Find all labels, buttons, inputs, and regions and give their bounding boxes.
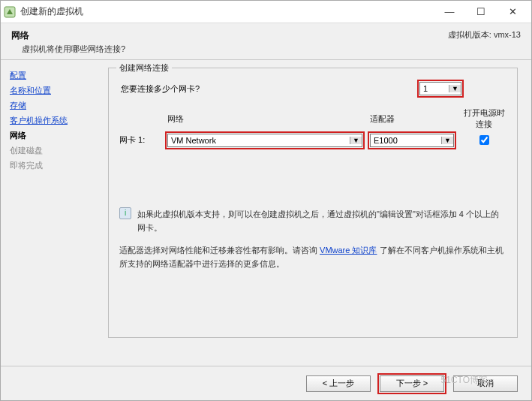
wizard-footer: < 上一步 下一步 > 取消 xyxy=(1,366,531,400)
close-button[interactable]: ✕ xyxy=(497,2,528,23)
page-subtitle: 虚拟机将使用哪些网络连接? xyxy=(11,44,448,55)
cancel-button[interactable]: 取消 xyxy=(453,375,518,392)
app-icon xyxy=(4,6,16,18)
nic-row-label: 网卡 1: xyxy=(119,134,160,146)
sidebar-item-network: 网络 xyxy=(10,128,95,143)
network-value: VM Network xyxy=(171,136,216,145)
info-text-1: 如果此虚拟机版本支持，则可以在创建虚拟机之后，通过虚拟机的"编辑设置"对话框添加… xyxy=(137,207,506,234)
next-button[interactable]: 下一步 > xyxy=(380,375,444,392)
adapter-select[interactable]: E1000 ▼ xyxy=(370,134,454,147)
dropdown-arrow-icon: ▼ xyxy=(350,137,362,144)
window-controls: — ☐ ✕ xyxy=(434,2,528,23)
kb-link[interactable]: VMware 知识库 xyxy=(320,246,377,255)
nic-count-value: 1 xyxy=(423,84,428,93)
sidebar-item-create-disk: 创建磁盘 xyxy=(10,143,95,158)
info-icon: i xyxy=(119,207,131,219)
sidebar-item-name-location[interactable]: 名称和位置 xyxy=(10,83,95,98)
network-fieldset: 创建网络连接 您要连接多少个网卡? 1 ▼ 网络 适配器 打开电源时连接 网卡 … xyxy=(108,68,518,338)
network-select[interactable]: VM Network ▼ xyxy=(167,134,362,147)
wizard-header: 网络 虚拟机将使用哪些网络连接? 虚拟机版本: vmx-13 xyxy=(1,23,531,59)
titlebar: 创建新的虚拟机 — ☐ ✕ xyxy=(1,1,531,23)
dropdown-arrow-icon: ▼ xyxy=(449,85,461,92)
col-network: 网络 xyxy=(167,113,362,128)
fieldset-legend: 创建网络连接 xyxy=(116,62,172,74)
wizard-window: 创建新的虚拟机 — ☐ ✕ 网络 虚拟机将使用哪些网络连接? 虚拟机版本: vm… xyxy=(0,0,532,401)
dropdown-arrow-icon: ▼ xyxy=(441,137,453,144)
maximize-button[interactable]: ☐ xyxy=(465,2,497,23)
wizard-main: 创建网络连接 您要连接多少个网卡? 1 ▼ 网络 适配器 打开电源时连接 网卡 … xyxy=(104,60,531,366)
connect-on-poweron[interactable] xyxy=(461,133,506,147)
sidebar-item-storage[interactable]: 存储 xyxy=(10,98,95,113)
sidebar-item-ready: 即将完成 xyxy=(10,158,95,173)
sidebar-item-guest-os[interactable]: 客户机操作系统 xyxy=(10,113,95,128)
connect-checkbox[interactable] xyxy=(479,135,489,145)
window-title: 创建新的虚拟机 xyxy=(20,5,434,18)
info-text-2: 适配器选择对网络性能和迁移兼容性都有影响。请咨询 VMware 知识库 了解在不… xyxy=(119,243,506,270)
nic-count-select[interactable]: 1 ▼ xyxy=(419,82,461,95)
back-button[interactable]: < 上一步 xyxy=(306,375,371,392)
sidebar-item-config[interactable]: 配置 xyxy=(10,68,95,83)
vm-version: 虚拟机版本: vmx-13 xyxy=(448,29,521,41)
page-title: 网络 xyxy=(11,29,448,42)
wizard-body: 配置 名称和位置 存储 客户机操作系统 网络 创建磁盘 即将完成 创建网络连接 … xyxy=(1,60,531,366)
adapter-value: E1000 xyxy=(374,136,398,145)
minimize-button[interactable]: — xyxy=(434,2,465,23)
wizard-sidebar: 配置 名称和位置 存储 客户机操作系统 网络 创建磁盘 即将完成 xyxy=(1,60,104,366)
nic-count-question: 您要连接多少个网卡? xyxy=(121,83,419,95)
info-block: i 如果此虚拟机版本支持，则可以在创建虚拟机之后，通过虚拟机的"编辑设置"对话框… xyxy=(119,207,506,270)
col-adapter: 适配器 xyxy=(370,113,454,128)
col-power: 打开电源时连接 xyxy=(461,107,506,133)
